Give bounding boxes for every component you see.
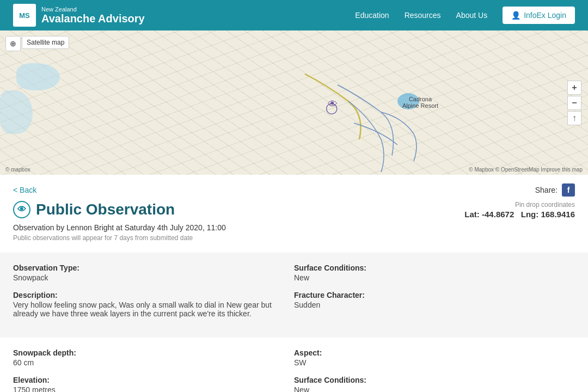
- surface2-item: Surface Conditions: New: [294, 376, 553, 392]
- nav-about[interactable]: About Us: [456, 11, 488, 20]
- map-water-feature: [16, 63, 60, 90]
- satellite-map-button[interactable]: Satellite map: [22, 36, 69, 49]
- detail-grid-2: Snowpack depth: 60 cm Elevation: 1750 me…: [13, 348, 575, 392]
- infoex-login-button[interactable]: 👤 InfoEx Login: [503, 7, 575, 24]
- observation-eye-icon: 👁: [13, 201, 30, 218]
- lng-value: 168.9416: [541, 210, 575, 219]
- detail-col-left-2: Snowpack depth: 60 cm Elevation: 1750 me…: [13, 348, 294, 392]
- map-mapbox: © mapbox: [5, 167, 30, 173]
- aspect-label: Aspect:: [294, 348, 553, 357]
- section-spacer: [0, 338, 588, 348]
- detail-grid-1: Observation Type: Snowpack Description: …: [13, 264, 575, 327]
- map-zoom-controls: + − ↑: [567, 81, 581, 125]
- back-share-row: < Back Share: f: [13, 175, 575, 201]
- main-nav: Education Resources About Us 👤 InfoEx Lo…: [355, 7, 575, 24]
- obs-type-label: Observation Type:: [13, 264, 272, 272]
- logo-text: New Zealand Avalanche Advisory: [41, 6, 145, 25]
- fracture-item: Fracture Character: Sudden: [294, 291, 553, 309]
- aspect-item: Aspect: SW: [294, 348, 553, 367]
- lng-label: Lng:: [521, 210, 538, 219]
- fracture-label: Fracture Character:: [294, 291, 553, 299]
- logo-icon: MS: [13, 4, 36, 27]
- logo-title: Avalanche Advisory: [41, 13, 145, 24]
- detail-col-right-1: Surface Conditions: New Fracture Charact…: [294, 264, 575, 327]
- title-row: 👁 Public Observation Pin drop coordinate…: [13, 201, 575, 219]
- map-attribution: © Mapbox © OpenStreetMap Improve this ma…: [469, 167, 583, 173]
- depth-label: Snowpack depth:: [13, 348, 272, 357]
- pin-coordinates: Pin drop coordinates Lat: -44.8672 Lng: …: [464, 201, 575, 219]
- desc-label: Description:: [13, 291, 272, 299]
- zoom-out-button[interactable]: −: [567, 96, 581, 110]
- surface-cond-item: Surface Conditions: New: [294, 264, 553, 282]
- map-observation-marker[interactable]: 👁: [328, 99, 338, 110]
- surface-cond-label: Surface Conditions:: [294, 264, 553, 272]
- surface-cond-value: New: [294, 273, 553, 282]
- elevation-value: 1750 metres: [13, 385, 272, 392]
- zoom-in-button[interactable]: +: [567, 81, 581, 95]
- logo-nz: New Zealand: [41, 6, 145, 13]
- page-title: Public Observation: [36, 201, 175, 218]
- site-header: MS New Zealand Avalanche Advisory Educat…: [0, 0, 588, 30]
- map-lake: [397, 93, 419, 109]
- coordinates-value: Lat: -44.8672 Lng: 168.9416: [464, 210, 575, 219]
- aspect-value: SW: [294, 358, 553, 367]
- pin-drop-label: Pin drop coordinates: [464, 201, 575, 209]
- obs-type-value: Snowpack: [13, 273, 272, 282]
- logo-area: MS New Zealand Avalanche Advisory: [13, 4, 145, 27]
- back-link[interactable]: < Back: [13, 186, 36, 194]
- surface2-value: New: [294, 385, 553, 392]
- depth-value: 60 cm: [13, 358, 272, 367]
- elevation-label: Elevation:: [13, 376, 272, 384]
- share-label: Share:: [535, 186, 558, 194]
- depth-item: Snowpack depth: 60 cm: [13, 348, 272, 367]
- surface2-label: Surface Conditions:: [294, 376, 553, 384]
- detail-col-left-1: Observation Type: Snowpack Description: …: [13, 264, 294, 327]
- detail-section-2: Snowpack depth: 60 cm Elevation: 1750 me…: [0, 348, 588, 392]
- elevation-item: Elevation: 1750 metres: [13, 376, 272, 392]
- lat-value: -44.8672: [482, 210, 514, 219]
- compass-button[interactable]: ↑: [567, 111, 581, 125]
- map-location-button[interactable]: ⊕: [5, 36, 21, 51]
- facebook-share-button[interactable]: f: [562, 183, 575, 197]
- nav-resources[interactable]: Resources: [405, 11, 441, 20]
- main-content: < Back Share: f 👁 Public Observation Pin…: [0, 175, 588, 242]
- desc-value: Very hollow feeling snow pack, Was only …: [13, 301, 272, 318]
- desc-item: Description: Very hollow feeling snow pa…: [13, 291, 272, 318]
- person-icon: 👤: [511, 11, 520, 20]
- fracture-value: Sudden: [294, 301, 553, 309]
- detail-section-1: Observation Type: Snowpack Description: …: [0, 253, 588, 338]
- nav-education[interactable]: Education: [355, 11, 389, 20]
- detail-col-right-2: Aspect: SW Surface Conditions: New: [294, 348, 575, 392]
- lat-label: Lat:: [464, 210, 480, 219]
- detail-section-1-inner: Observation Type: Snowpack Description: …: [0, 264, 588, 327]
- obs-type-item: Observation Type: Snowpack: [13, 264, 272, 282]
- observation-meta: Observation by Lennon Bright at Saturday…: [13, 223, 575, 232]
- page-title-area: 👁 Public Observation: [13, 201, 175, 218]
- map-background: [0, 30, 588, 175]
- share-area: Share: f: [535, 183, 575, 197]
- observation-note: Public observations will appear for 7 da…: [13, 234, 575, 242]
- map-container[interactable]: CadronaAlpine Resort ◯ 👁 ⊕ Satellite map…: [0, 30, 588, 175]
